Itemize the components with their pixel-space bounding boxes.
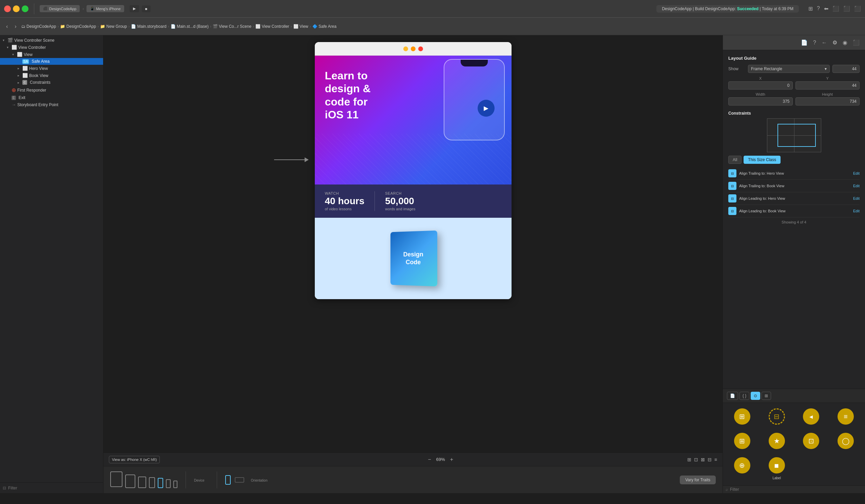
sidebar-item-first-responder[interactable]: ⊕ First Responder bbox=[0, 86, 103, 94]
panel-center-icon[interactable]: ⬛ bbox=[843, 5, 850, 12]
build-status-text: Succeeded bbox=[737, 7, 759, 11]
sidebar-item-entry-point[interactable]: → Storyboard Entry Point bbox=[0, 101, 103, 108]
sidebar-item-vc[interactable]: ⬜ View Controller bbox=[0, 44, 103, 51]
device-iphone-4[interactable] bbox=[173, 481, 177, 488]
breadcrumb-mainstoryboard[interactable]: 📄 Main.storyboard bbox=[131, 24, 166, 29]
fullscreen-button[interactable] bbox=[22, 5, 28, 12]
constraint-edit-2[interactable]: Edit bbox=[853, 184, 860, 188]
breadcrumb-base[interactable]: 📄 Main.st...d (Base) bbox=[171, 24, 209, 29]
device-iphone-x[interactable] bbox=[158, 478, 163, 488]
show-value-input[interactable] bbox=[832, 65, 860, 73]
stop-button[interactable]: ■ bbox=[142, 5, 151, 12]
size-class-tabs: All This Size Class bbox=[728, 156, 860, 164]
sidebar-label-bookview: Book View bbox=[29, 73, 48, 78]
obj-grid-btn[interactable]: ⊞ bbox=[762, 392, 771, 400]
bottom-icon-3[interactable]: ⊠ bbox=[701, 457, 705, 462]
device-divider bbox=[186, 471, 186, 489]
obj-circle-4: ≡ bbox=[838, 408, 854, 425]
device-large-ipad[interactable] bbox=[110, 471, 123, 488]
obj-item-8[interactable]: ◯ bbox=[829, 430, 862, 453]
obj-circle-btn[interactable]: ⊙ bbox=[751, 392, 760, 400]
sidebar-item-vc-scene[interactable]: 🎬 View Controller Scene bbox=[0, 37, 103, 44]
panel-left-icon[interactable]: ⬛ bbox=[832, 5, 839, 12]
breadcrumb-view[interactable]: ⬜ View bbox=[293, 24, 308, 29]
sidebar-item-heroview[interactable]: ⬜ Hero View bbox=[0, 65, 103, 72]
constraint-edit-4[interactable]: Edit bbox=[853, 209, 860, 213]
grid-view-icon[interactable]: ⊞ bbox=[808, 5, 813, 12]
frame-rectangle-select[interactable]: Frame Rectangle ▾ bbox=[748, 65, 830, 73]
x-input[interactable] bbox=[728, 81, 793, 90]
obj-file-btn[interactable]: 📄 bbox=[727, 392, 738, 400]
zoom-in-button[interactable]: + bbox=[450, 457, 453, 462]
sidebar-label-exit: Exit bbox=[19, 95, 25, 100]
minimize-button[interactable] bbox=[13, 5, 20, 12]
obj-item-7[interactable]: ⊡ bbox=[795, 430, 828, 453]
bottom-icon-4[interactable]: ⊟ bbox=[707, 457, 712, 462]
inspector-quick-icon[interactable]: ? bbox=[812, 38, 818, 47]
view-as-button[interactable]: View as: iPhone X (wC hR) bbox=[109, 456, 160, 463]
portrait-icon[interactable] bbox=[225, 475, 231, 485]
sidebar-label-fr: First Responder bbox=[17, 88, 46, 93]
bottom-icon-1[interactable]: ⊞ bbox=[687, 457, 691, 462]
obj-circle-6: ★ bbox=[769, 433, 785, 449]
device-iphone-plus[interactable] bbox=[149, 477, 155, 488]
zoom-out-button[interactable]: − bbox=[428, 457, 431, 462]
inspector-identity-icon[interactable]: ← bbox=[820, 38, 828, 47]
inspector-connections-icon[interactable]: ⬛ bbox=[851, 38, 861, 47]
constraint-icon-2: ⊟ bbox=[728, 182, 736, 190]
sidebar-item-constraints[interactable]: C Constraints bbox=[0, 79, 103, 86]
this-size-class-tab[interactable]: This Size Class bbox=[743, 156, 781, 164]
panel-right-icon[interactable]: ⬛ bbox=[854, 5, 861, 12]
obj-item-6[interactable]: ★ bbox=[760, 430, 793, 453]
inspector-attributes-icon[interactable]: ⚙ bbox=[831, 38, 839, 47]
sidebar-item-safearea[interactable]: SA Safe Area bbox=[0, 58, 103, 65]
sidebar-item-exit[interactable]: E Exit bbox=[0, 94, 103, 101]
obj-lib-search: ⌕ bbox=[723, 485, 865, 493]
device-ipad[interactable] bbox=[125, 474, 135, 488]
help-icon[interactable]: ? bbox=[817, 5, 820, 12]
play-button[interactable]: ▶ bbox=[477, 100, 495, 117]
width-input[interactable] bbox=[728, 97, 793, 105]
device-iphone[interactable] bbox=[166, 479, 171, 488]
breadcrumb-viewcontroller-scene[interactable]: 🎬 View Co...r Scene bbox=[213, 24, 251, 29]
landscape-icon[interactable] bbox=[235, 477, 244, 483]
nav-forward-button[interactable]: › bbox=[13, 22, 18, 31]
obj-item-10[interactable]: ◆ Label bbox=[760, 455, 793, 483]
run-button[interactable]: ▶ bbox=[130, 5, 139, 12]
canvas-bottom-controls: View as: iPhone X (wC hR) − 69% + ⊞ ⊡ ⊠ … bbox=[103, 453, 723, 466]
breadcrumb-designcodeapp-1[interactable]: 🗂 DesignCodeApp bbox=[21, 24, 56, 29]
filter-input[interactable] bbox=[8, 486, 101, 490]
sidebar-item-bookview[interactable]: ⬜ Book View bbox=[0, 72, 103, 79]
all-tab[interactable]: All bbox=[728, 156, 741, 164]
obj-shape-btn[interactable]: { } bbox=[739, 392, 749, 400]
obj-search-input[interactable] bbox=[730, 487, 862, 492]
nav-back-button[interactable]: ‹ bbox=[4, 22, 10, 31]
breadcrumb-newgroup[interactable]: 📁 New Group bbox=[100, 24, 127, 29]
constraint-edit-3[interactable]: Edit bbox=[853, 196, 860, 200]
breadcrumb-designcodeapp-2[interactable]: 📁 DesignCodeApp bbox=[60, 24, 96, 29]
inspector-file-icon[interactable]: 📄 bbox=[799, 38, 809, 47]
breadcrumb-viewcontroller[interactable]: ⬜ View Controller bbox=[255, 24, 289, 29]
obj-item-3[interactable]: ◂ bbox=[795, 406, 828, 429]
scheme-button[interactable]: ⬛ DesignCodeApp bbox=[40, 5, 80, 12]
obj-item-9[interactable]: ⊕ bbox=[726, 455, 759, 483]
close-button[interactable] bbox=[4, 5, 11, 12]
height-input[interactable] bbox=[795, 97, 860, 105]
obj-item-4[interactable]: ≡ bbox=[829, 406, 862, 429]
device-button[interactable]: 📱 Meng's iPhone bbox=[86, 5, 124, 12]
inspector-size-icon[interactable]: ◉ bbox=[841, 38, 849, 47]
bottom-icon-5[interactable]: ≡ bbox=[714, 457, 717, 462]
canvas-scroll[interactable]: ▶ Learn to design & code for iOS 11 bbox=[103, 35, 723, 453]
obj-item-2[interactable]: ⊟ bbox=[760, 406, 793, 429]
device-ipad-mini[interactable] bbox=[138, 477, 146, 488]
breadcrumb-safearea[interactable]: 🔷 Safe Area bbox=[312, 24, 336, 29]
vary-for-traits-button[interactable]: Vary for Traits bbox=[680, 476, 716, 484]
obj-item-1[interactable]: ⊞ bbox=[726, 406, 759, 429]
back-nav-icon[interactable]: ⬅ bbox=[824, 5, 828, 12]
sidebar-item-view[interactable]: ⬜ View bbox=[0, 51, 103, 58]
obj-item-5[interactable]: ⊞ bbox=[726, 430, 759, 453]
y-input[interactable] bbox=[795, 81, 860, 90]
orientation-divider bbox=[217, 471, 217, 489]
bottom-icon-2[interactable]: ⊡ bbox=[694, 457, 698, 462]
constraint-edit-1[interactable]: Edit bbox=[853, 171, 860, 175]
